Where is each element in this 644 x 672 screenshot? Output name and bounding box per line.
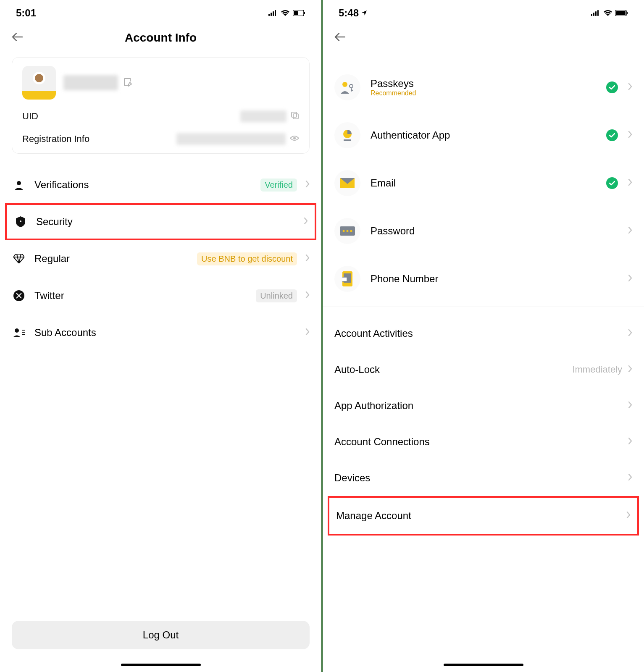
security-methods: Passkeys Recommended Authenticator App E… bbox=[334, 64, 632, 302]
row-account-connections[interactable]: Account Connections bbox=[334, 424, 632, 460]
menu-security[interactable]: Security bbox=[5, 203, 316, 240]
autolock-value: Immediately bbox=[572, 364, 622, 375]
row-label: Phone Number bbox=[371, 273, 618, 285]
reginfo-label: Registration Info bbox=[22, 134, 89, 144]
email-icon bbox=[334, 170, 360, 196]
recommended-label: Recommended bbox=[371, 89, 596, 97]
chevron-right-icon bbox=[628, 402, 632, 410]
menu-verifications[interactable]: Verifications Verified bbox=[12, 166, 310, 203]
verified-badge: Verified bbox=[260, 178, 297, 192]
signal-icon bbox=[268, 10, 278, 16]
chevron-right-icon bbox=[628, 227, 632, 235]
svg-point-16 bbox=[15, 328, 19, 333]
location-icon bbox=[361, 10, 367, 16]
chevron-right-icon bbox=[628, 179, 632, 187]
menu-label: Twitter bbox=[34, 290, 247, 302]
nav-bar bbox=[334, 23, 632, 53]
status-time: 5:01 bbox=[16, 7, 36, 19]
menu-label: Verifications bbox=[34, 179, 252, 191]
svg-rect-23 bbox=[344, 139, 351, 141]
profile-card: UID Registration Info bbox=[12, 57, 310, 154]
chevron-right-icon bbox=[305, 291, 310, 300]
uid-label: UID bbox=[22, 111, 38, 122]
uid-value-redacted bbox=[240, 110, 287, 122]
row-email[interactable]: Email bbox=[334, 160, 632, 207]
eye-icon[interactable] bbox=[290, 135, 299, 143]
menu-twitter[interactable]: Twitter Unlinked bbox=[12, 277, 310, 314]
svg-point-12 bbox=[293, 137, 296, 139]
people-icon bbox=[12, 328, 26, 337]
row-label: Passkeys bbox=[371, 78, 596, 89]
svg-rect-17 bbox=[22, 330, 25, 331]
row-phone[interactable]: Phone Number bbox=[334, 255, 632, 302]
row-app-authorization[interactable]: App Authorization bbox=[334, 388, 632, 424]
row-account-activities[interactable]: Account Activities bbox=[334, 315, 632, 352]
svg-rect-11 bbox=[292, 112, 297, 117]
left-phone-account-info: 5:01 Account Info bbox=[0, 0, 321, 672]
svg-point-21 bbox=[350, 84, 353, 88]
nav-bar: Account Info bbox=[12, 23, 310, 53]
check-icon bbox=[606, 81, 618, 93]
status-time: 5:48 bbox=[339, 7, 359, 19]
chevron-right-icon bbox=[628, 329, 632, 338]
chevron-right-icon bbox=[628, 131, 632, 139]
status-bar: 5:01 bbox=[12, 0, 310, 23]
row-auto-lock[interactable]: Auto-Lock Immediately bbox=[334, 352, 632, 388]
row-label: Password bbox=[371, 225, 618, 237]
battery-icon bbox=[293, 10, 305, 16]
unlinked-badge: Unlinked bbox=[256, 289, 297, 302]
chevron-right-icon bbox=[628, 365, 632, 374]
signal-icon bbox=[591, 10, 600, 16]
svg-rect-18 bbox=[22, 332, 25, 333]
menu-label: Security bbox=[36, 216, 295, 228]
back-button[interactable] bbox=[334, 33, 345, 43]
battery-icon bbox=[615, 10, 628, 16]
svg-point-14 bbox=[20, 220, 21, 222]
svg-rect-19 bbox=[22, 334, 25, 335]
row-authenticator[interactable]: Authenticator App bbox=[334, 112, 632, 159]
home-indicator bbox=[121, 664, 201, 666]
status-bar: 5:48 bbox=[334, 0, 632, 23]
logout-button[interactable]: Log Out bbox=[12, 621, 310, 649]
row-manage-account[interactable]: Manage Account bbox=[328, 496, 639, 536]
passkey-icon bbox=[334, 74, 360, 100]
svg-point-26 bbox=[343, 230, 345, 232]
chevron-right-icon bbox=[305, 255, 310, 263]
wifi-icon bbox=[604, 10, 612, 16]
svg-rect-10 bbox=[293, 114, 298, 119]
wifi-icon bbox=[281, 10, 289, 16]
chevron-right-icon bbox=[628, 83, 632, 92]
svg-point-13 bbox=[17, 181, 21, 185]
chevron-right-icon bbox=[626, 512, 631, 520]
row-password[interactable]: Password bbox=[334, 207, 632, 255]
account-menu: Verifications Verified Security Regular … bbox=[12, 166, 310, 351]
edit-icon[interactable] bbox=[123, 77, 132, 88]
bnb-badge: Use BNB to get discount bbox=[197, 252, 297, 265]
chevron-right-icon bbox=[628, 438, 632, 446]
menu-sub-accounts[interactable]: Sub Accounts bbox=[12, 314, 310, 351]
right-phone-security: 5:48 Passkeys Recommended bbox=[323, 0, 644, 672]
avatar bbox=[22, 66, 56, 100]
home-indicator bbox=[444, 664, 523, 666]
page-title: Account Info bbox=[12, 31, 310, 45]
chevron-right-icon bbox=[628, 474, 632, 482]
chevron-right-icon bbox=[305, 181, 310, 189]
phone-icon bbox=[334, 266, 360, 292]
menu-label: Regular bbox=[34, 253, 189, 265]
chevron-right-icon bbox=[628, 275, 632, 283]
row-devices[interactable]: Devices bbox=[334, 460, 632, 496]
check-icon bbox=[606, 129, 618, 141]
svg-point-20 bbox=[342, 82, 347, 87]
svg-point-28 bbox=[350, 230, 352, 232]
row-passkeys[interactable]: Passkeys Recommended bbox=[334, 64, 632, 111]
menu-label: Sub Accounts bbox=[34, 327, 297, 339]
svg-rect-31 bbox=[342, 277, 347, 281]
menu-regular[interactable]: Regular Use BNB to get discount bbox=[12, 240, 310, 277]
copy-icon[interactable] bbox=[291, 111, 299, 121]
chevron-right-icon bbox=[305, 328, 310, 337]
check-icon bbox=[606, 177, 618, 189]
divider bbox=[323, 307, 644, 307]
person-icon bbox=[12, 180, 26, 190]
chevron-right-icon bbox=[304, 218, 308, 226]
authenticator-icon bbox=[334, 122, 360, 148]
